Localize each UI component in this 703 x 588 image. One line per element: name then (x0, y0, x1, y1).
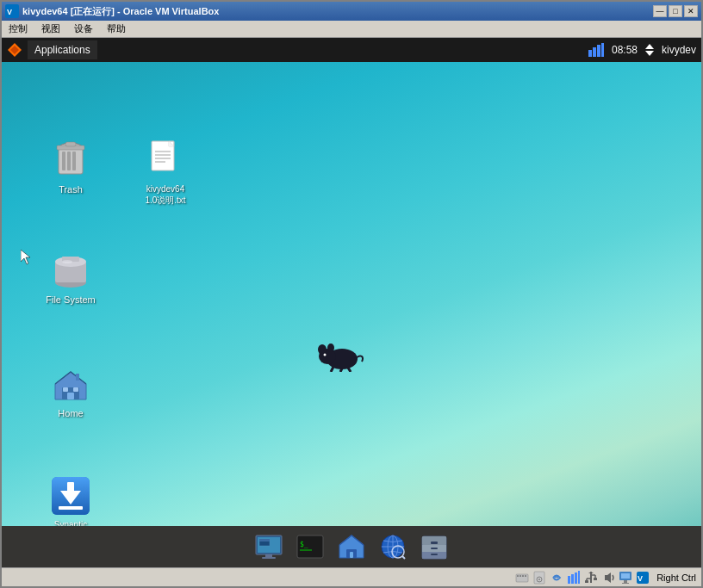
panel-left: Applications (7, 40, 97, 59)
svg-line-42 (348, 368, 351, 372)
svg-rect-87 (624, 580, 627, 583)
xfce-mouse-mascot (312, 337, 364, 372)
menu-bar: 控制 视图 设备 帮助 (2, 21, 701, 38)
svg-rect-27 (63, 387, 68, 392)
mouse-cursor (21, 250, 31, 265)
files-icon (420, 533, 448, 560)
svg-rect-86 (621, 573, 630, 579)
svg-rect-48 (259, 539, 270, 542)
trash-icon[interactable]: Trash (36, 139, 105, 196)
display-icon[interactable] (619, 571, 632, 585)
svg-rect-5 (601, 43, 604, 57)
svg-rect-46 (262, 557, 276, 559)
svg-rect-88 (622, 583, 629, 584)
textfile-icon[interactable]: kivydev64 1.0说明.txt (131, 139, 200, 207)
taskbar-terminal-button[interactable]: $_ (293, 531, 327, 562)
svg-rect-75 (568, 576, 570, 584)
svg-rect-33 (67, 482, 74, 492)
svg-rect-64 (431, 542, 438, 544)
svg-rect-69 (519, 575, 521, 577)
svg-rect-12 (72, 152, 76, 170)
synaptic-image (50, 475, 91, 517)
network-icon (588, 43, 605, 57)
xfce-logo-icon (7, 42, 22, 58)
home-image (50, 363, 91, 405)
trash-image (50, 139, 91, 181)
panel-right: 08:58 kivydev (588, 43, 696, 57)
home-icon[interactable]: Home (36, 363, 105, 420)
taskbar: $_ (2, 526, 701, 567)
svg-point-74 (538, 579, 540, 580)
filesystem-label: File System (43, 293, 97, 306)
svg-rect-28 (73, 387, 78, 392)
svg-point-39 (324, 354, 327, 356)
svg-rect-4 (597, 45, 600, 57)
svg-point-37 (318, 344, 327, 355)
disk-icon[interactable] (532, 571, 546, 585)
vbox-status-icon[interactable]: V (636, 571, 650, 585)
close-button[interactable]: ✕ (684, 5, 698, 17)
filemanager-icon (338, 533, 365, 560)
menu-devices[interactable]: 设备 (71, 22, 96, 35)
synaptic-label: Synaptic Package Ma... (40, 518, 101, 526)
svg-rect-10 (62, 152, 65, 170)
xfce-panel: Applications 08:58 kivydev (2, 38, 701, 62)
keyboard-icon[interactable] (515, 571, 529, 585)
filesystem-image (50, 250, 91, 291)
applications-button[interactable]: Applications (28, 40, 97, 59)
taskbar-desktop-button[interactable] (252, 531, 286, 562)
svg-line-40 (331, 367, 333, 372)
title-bar: V kivydev64 [正在运行] - Oracle VM VirtualBo… (2, 2, 701, 21)
link-icon[interactable] (550, 571, 563, 585)
audio-icon[interactable] (601, 571, 615, 585)
textfile-label: kivydev64 1.0说明.txt (142, 183, 188, 207)
svg-rect-71 (525, 575, 526, 577)
svg-marker-6 (645, 44, 654, 49)
filesystem-icon[interactable]: File System (36, 250, 105, 306)
username-display: kivydev (662, 44, 696, 56)
updown-icon (644, 43, 655, 57)
clock-display: 08:58 (612, 44, 638, 56)
status-bar: V Right Ctrl (2, 567, 701, 586)
svg-point-24 (62, 260, 72, 263)
svg-rect-53 (350, 552, 353, 558)
browser-icon (379, 533, 407, 560)
svg-rect-3 (593, 47, 596, 57)
svg-rect-78 (578, 571, 580, 584)
svg-rect-76 (571, 574, 574, 584)
svg-line-41 (340, 368, 342, 372)
svg-rect-29 (76, 374, 79, 381)
svg-rect-34 (59, 506, 83, 510)
home-label: Home (55, 406, 85, 420)
taskbar-filemanager-button[interactable] (334, 531, 369, 562)
svg-rect-11 (67, 152, 71, 170)
right-ctrl-label: Right Ctrl (656, 573, 696, 583)
document-image (145, 139, 186, 181)
svg-rect-70 (522, 575, 524, 577)
virtualbox-icon: V (5, 4, 19, 18)
virtualbox-window: V kivydev64 [正在运行] - Oracle VM VirtualBo… (0, 0, 703, 588)
trash-label: Trash (56, 183, 85, 196)
network-status-icon[interactable] (567, 571, 581, 585)
taskbar-files-button[interactable] (417, 531, 451, 562)
menu-help[interactable]: 帮助 (103, 22, 129, 35)
desktop[interactable]: Trash kivydev64 1.0说明.txt (2, 62, 701, 526)
minimize-button[interactable]: — (653, 5, 667, 17)
maximize-button[interactable]: □ (669, 5, 682, 17)
svg-text:V: V (7, 8, 12, 16)
menu-view[interactable]: 视图 (38, 22, 64, 35)
svg-rect-65 (431, 548, 438, 549)
svg-line-59 (402, 556, 405, 559)
usb-icon[interactable] (584, 571, 598, 585)
title-controls: — □ ✕ (653, 5, 698, 17)
svg-rect-14 (65, 142, 76, 146)
svg-rect-83 (594, 578, 597, 580)
window-title: kivydev64 [正在运行] - Oracle VM VirtualBox (22, 5, 219, 18)
desktop-preview-icon (255, 533, 283, 560)
svg-rect-66 (431, 554, 438, 555)
svg-rect-2 (588, 50, 592, 57)
svg-rect-26 (67, 393, 74, 399)
menu-control[interactable]: 控制 (5, 22, 31, 35)
synaptic-icon[interactable]: Synaptic Package Ma... (36, 475, 105, 526)
taskbar-browser-button[interactable] (376, 531, 410, 562)
